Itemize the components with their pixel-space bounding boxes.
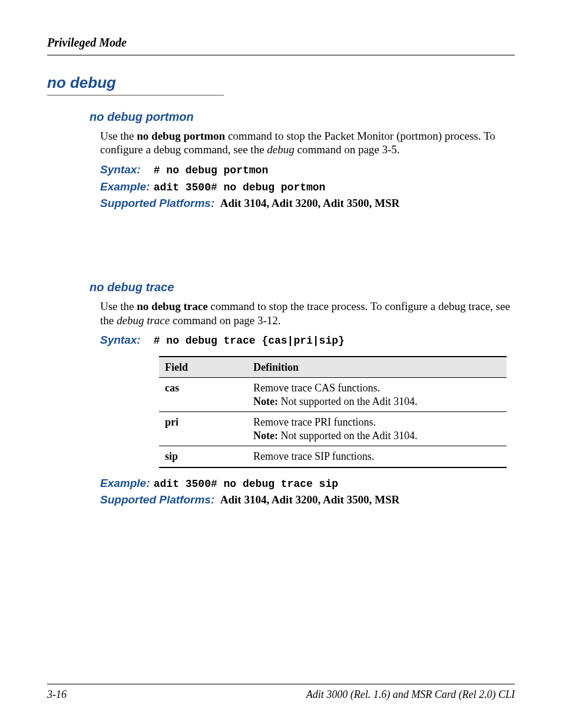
platforms-label: Supported Platforms:: [100, 196, 214, 210]
note-label: Note:: [253, 396, 278, 407]
heading-no-debug: no debug: [47, 73, 224, 95]
th-definition: Definition: [247, 357, 507, 378]
platforms-value: Adit 3104, Adit 3200, Adit 3500, MSR: [220, 493, 400, 506]
trace-paragraph: Use the no debug trace command to stop t…: [100, 299, 515, 328]
section-portmon: no debug portmon Use the no debug portmo…: [90, 110, 515, 210]
def-text: Remove trace SIP functions.: [253, 450, 374, 462]
text: Use the: [100, 300, 137, 312]
cell-definition: Remove trace PRI functions. Note: Not su…: [247, 412, 507, 446]
syntax-row: Syntax: # no debug portmon: [100, 163, 515, 177]
table-header-row: Field Definition: [159, 357, 507, 378]
note-text: Not supported on the Adit 3104.: [278, 430, 418, 442]
syntax-value: # no debug trace {cas|pri|sip}: [154, 335, 345, 347]
footer-rule: [47, 684, 515, 684]
platforms-label: Supported Platforms:: [100, 493, 214, 507]
footer-title: Adit 3000 (Rel. 1.6) and MSR Card (Rel 2…: [306, 688, 515, 701]
def-text: Remove trace CAS functions.: [253, 382, 380, 394]
text: command on page 3-5.: [295, 143, 400, 156]
footer: 3-16 Adit 3000 (Rel. 1.6) and MSR Card (…: [47, 684, 515, 701]
top-rule: [47, 55, 515, 55]
italic-ref: debug trace: [117, 314, 170, 327]
note-text: Not supported on the Adit 3104.: [278, 396, 418, 407]
heading-trace: no debug trace: [90, 280, 515, 295]
example-value: adit 3500# no debug trace sip: [154, 478, 338, 490]
example-label: Example:: [100, 476, 151, 490]
section-trace: no debug trace Use the no debug trace co…: [90, 280, 515, 507]
italic-ref: debug: [267, 143, 294, 156]
syntax-label: Syntax:: [100, 163, 151, 177]
table-row: pri Remove trace PRI functions. Note: No…: [159, 412, 507, 446]
syntax-label: Syntax:: [100, 333, 151, 347]
page-number: 3-16: [47, 688, 67, 701]
trace-body: Use the no debug trace command to stop t…: [100, 299, 515, 507]
bold-cmd: no debug trace: [137, 300, 207, 312]
cell-definition: Remove trace CAS functions. Note: Not su…: [247, 378, 507, 412]
footer-row: 3-16 Adit 3000 (Rel. 1.6) and MSR Card (…: [47, 688, 515, 701]
platforms-row: Supported Platforms: Adit 3104, Adit 320…: [100, 196, 515, 210]
note-label: Note:: [253, 430, 278, 442]
example-row: Example: adit 3500# no debug trace sip: [100, 476, 515, 491]
heading-portmon: no debug portmon: [90, 110, 515, 124]
text: command on page 3-12.: [170, 314, 280, 327]
platforms-row: Supported Platforms: Adit 3104, Adit 320…: [100, 493, 515, 507]
cell-field: cas: [159, 378, 247, 412]
running-head: Privileged Mode: [47, 35, 515, 50]
portmon-body: Use the no debug portmon command to stop…: [100, 129, 515, 210]
example-row: Example: adit 3500# no debug portmon: [100, 180, 515, 195]
platforms-value: Adit 3104, Adit 3200, Adit 3500, MSR: [220, 197, 400, 209]
th-field: Field: [159, 357, 247, 378]
spacer: [47, 213, 515, 266]
table-row: cas Remove trace CAS functions. Note: No…: [159, 378, 507, 412]
syntax-value: # no debug portmon: [154, 164, 268, 176]
example-value: adit 3500# no debug portmon: [154, 182, 326, 193]
page: Privileged Mode no debug no debug portmo…: [0, 0, 562, 728]
bold-cmd: no debug portmon: [137, 130, 225, 142]
portmon-paragraph: Use the no debug portmon command to stop…: [100, 129, 515, 157]
cell-definition: Remove trace SIP functions.: [247, 446, 507, 467]
cell-field: pri: [159, 412, 247, 446]
table-row: sip Remove trace SIP functions.: [159, 446, 507, 467]
cell-field: sip: [159, 446, 247, 467]
syntax-row: Syntax: # no debug trace {cas|pri|sip}: [100, 333, 515, 348]
h1-wrap: no debug: [47, 73, 515, 95]
example-label: Example:: [100, 180, 151, 194]
def-text: Remove trace PRI functions.: [253, 416, 376, 428]
text: Use the: [100, 130, 137, 142]
trace-fields-table: Field Definition cas Remove trace CAS fu…: [159, 356, 507, 468]
